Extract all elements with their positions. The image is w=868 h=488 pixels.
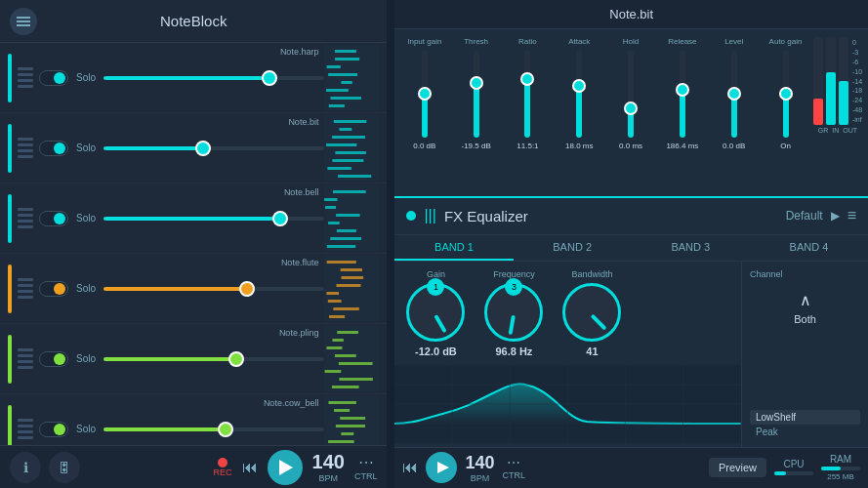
track-icons: [18, 67, 33, 88]
preview-button[interactable]: Preview: [709, 458, 766, 477]
svg-rect-36: [339, 362, 373, 365]
param-group-5: Release186.4 ms: [658, 37, 706, 150]
track-slider-knob: [272, 211, 288, 226]
track-slider[interactable]: [103, 279, 324, 299]
cpu-bar: [774, 471, 813, 475]
fx-header: ||| FX Equalizer Default ▶ ≡: [394, 198, 868, 235]
fx-knob-1[interactable]: 3: [484, 283, 543, 342]
param-slider-v[interactable]: [422, 50, 428, 138]
mixer-button[interactable]: 🎛: [49, 452, 80, 483]
svg-rect-9: [340, 128, 352, 131]
meter-db-label: -14: [852, 78, 862, 85]
rec-button[interactable]: REC: [214, 458, 232, 477]
fx-band-3[interactable]: BAND 4: [750, 235, 868, 261]
track-pattern: [324, 326, 379, 392]
track-pattern: [324, 256, 379, 322]
track-toggle[interactable]: [39, 351, 68, 367]
param-slider-v[interactable]: [474, 50, 479, 138]
right-ctrl-label: CTRL: [502, 470, 525, 480]
param-slider-v[interactable]: [731, 50, 737, 138]
track-list: Note.harpSoloNote.bitSoloNote.bellSoloNo…: [0, 43, 387, 445]
svg-rect-17: [324, 198, 337, 201]
track-label: Note.pling: [279, 328, 319, 338]
svg-rect-7: [329, 104, 345, 107]
right-play-button[interactable]: [426, 452, 457, 483]
svg-rect-25: [341, 268, 362, 271]
right-bpm-display: 140 BPM: [465, 453, 494, 483]
param-slider-v[interactable]: [680, 50, 685, 138]
track-solo-button[interactable]: Solo: [76, 72, 96, 83]
fx-band-1[interactable]: BAND 2: [514, 235, 632, 261]
ctrl-button[interactable]: ⋯ CTRL: [354, 453, 378, 481]
track-toggle[interactable]: [39, 211, 68, 226]
track-toggle[interactable]: [39, 141, 68, 156]
param-slider-v[interactable]: [576, 50, 582, 138]
track-toggle[interactable]: [39, 70, 68, 86]
track-slider-fill: [103, 287, 247, 291]
track-icon-bar: [18, 155, 33, 158]
svg-rect-32: [338, 331, 359, 334]
bottom-icons: ℹ 🎛: [10, 452, 80, 483]
fx-menu-icon[interactable]: ≡: [847, 207, 856, 224]
param-slider-v[interactable]: [524, 50, 530, 138]
param-value: -19.5 dB: [462, 142, 491, 150]
rev-button[interactable]: ⏮: [242, 459, 258, 476]
menu-button-left[interactable]: [10, 8, 37, 35]
fx-panel: ||| FX Equalizer Default ▶ ≡ BAND 1BAND …: [394, 198, 868, 447]
track-slider-track: [103, 217, 324, 221]
svg-rect-38: [340, 378, 373, 381]
play-button[interactable]: [268, 450, 303, 485]
bpm-value: 140: [312, 451, 345, 473]
fx-band-0[interactable]: BAND 1: [394, 235, 513, 261]
param-value: On: [780, 142, 791, 150]
meter-col-label: GR: [818, 127, 829, 134]
peak-option[interactable]: Peak: [750, 425, 860, 439]
track-slider[interactable]: [103, 139, 324, 158]
track-toggle[interactable]: [39, 281, 68, 297]
track-solo-button[interactable]: Solo: [76, 424, 96, 434]
track-solo-button[interactable]: Solo: [76, 142, 96, 153]
param-slider-knob-v: [418, 87, 432, 101]
track-slider[interactable]: [103, 349, 324, 369]
track-solo-button[interactable]: Solo: [76, 213, 96, 224]
svg-rect-28: [327, 292, 340, 295]
track-slider-fill: [103, 357, 236, 361]
fx-knob-0[interactable]: 1: [406, 283, 465, 342]
track-solo-button[interactable]: Solo: [76, 353, 96, 364]
fx-knob-2[interactable]: [562, 283, 621, 342]
info-button[interactable]: ℹ: [10, 452, 41, 483]
fx-band-2[interactable]: BAND 3: [632, 235, 750, 261]
svg-rect-33: [333, 339, 344, 342]
track-label: Note.bell: [284, 187, 319, 197]
channel-value: Both: [794, 313, 816, 325]
track-slider[interactable]: [103, 68, 324, 88]
track-pattern: [324, 45, 379, 111]
param-slider-v[interactable]: [628, 50, 634, 138]
track-icon-bar: [18, 138, 33, 141]
track-toggle[interactable]: [39, 422, 68, 437]
lowshelf-option[interactable]: LowShelf: [750, 410, 860, 425]
fx-preset-arrow[interactable]: ▶: [831, 209, 840, 223]
svg-rect-13: [333, 159, 364, 162]
track-slider[interactable]: [103, 209, 324, 228]
notebit-panel: Note.bit Input gain0.0 dBThresh-19.5 dBR…: [394, 0, 868, 198]
fx-preset[interactable]: Default: [786, 209, 823, 223]
svg-rect-19: [336, 214, 360, 217]
channel-up-button[interactable]: ∧: [800, 291, 811, 309]
right-ctrl[interactable]: ⋯ CTRL: [502, 455, 525, 480]
track-icon-bar: [18, 425, 33, 427]
param-label: Ratio: [518, 37, 537, 46]
eq-curve-svg: [394, 365, 741, 443]
track-slider[interactable]: [103, 420, 324, 439]
svg-rect-3: [329, 73, 358, 76]
right-rev-button[interactable]: ⏮: [402, 459, 418, 476]
meter-db-label: -inf: [852, 116, 862, 123]
param-slider-v[interactable]: [783, 50, 789, 138]
transport-controls: REC ⏮ 140 BPM ⋯ CTRL: [214, 450, 378, 485]
fx-title: FX Equalizer: [444, 208, 786, 224]
track-icon-bar: [18, 85, 33, 88]
track-solo-button[interactable]: Solo: [76, 283, 96, 294]
svg-rect-40: [329, 401, 356, 404]
svg-rect-41: [334, 409, 350, 412]
ram-bar: [821, 467, 860, 470]
